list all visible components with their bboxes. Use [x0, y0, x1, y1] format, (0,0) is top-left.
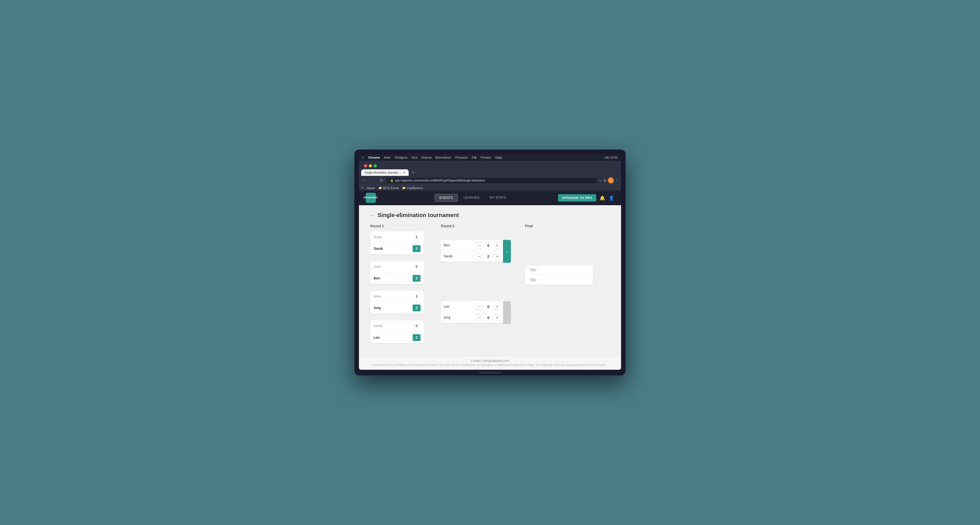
nav-leagues[interactable]: LEAGUES [459, 194, 484, 202]
player-name: Leo [374, 336, 413, 339]
menu-flik[interactable]: Flik [472, 156, 477, 159]
chrome-user-avatar[interactable]: O [608, 177, 614, 184]
round1-match-3: John 1 Amy 2 [370, 291, 424, 315]
round2-match-2: Leo − 0 + [441, 301, 511, 324]
player-score: 2 [413, 245, 420, 252]
decrease-ben-score-button[interactable]: − [476, 242, 483, 248]
decrease-leo-score-button[interactable]: − [476, 303, 483, 309]
match-card: John 1 Amy 2 [370, 291, 424, 314]
tournament-bracket: Round 1 Noah 1 Sarah [370, 224, 610, 344]
increase-amy-score-button[interactable]: + [494, 314, 500, 320]
final-label: Final [525, 224, 593, 228]
round-2-label: Round 2 [441, 224, 511, 228]
main-content: ← Single-elimination tournament Round 1 [359, 205, 621, 356]
menu-hjalp[interactable]: Hjälp [495, 156, 502, 159]
menu-fonster[interactable]: Fönster [481, 156, 491, 159]
amy-score: 0 [484, 316, 492, 320]
extensions-icon[interactable]: ⚙ [603, 178, 607, 182]
menu-bokmarken[interactable]: Bokmärken [436, 156, 451, 159]
player-score: 1 [413, 293, 420, 300]
round-1-column: Round 1 Noah 1 Sarah [370, 224, 424, 344]
player-score: 0 [413, 263, 420, 270]
increase-ben-score-button[interactable]: + [494, 242, 500, 248]
bookmark-icon[interactable]: ☆ [599, 178, 602, 182]
close-button[interactable] [364, 164, 367, 167]
back-arrow-button[interactable]: ← [370, 213, 375, 218]
match-player-ben: Ben 2 [370, 273, 424, 284]
increase-sarah-score-button[interactable]: + [494, 253, 500, 259]
clock: mån 22:03 [605, 156, 618, 159]
advance-round2-match1-button[interactable]: › [503, 240, 511, 263]
maximize-button[interactable] [374, 164, 377, 167]
page-title-row: ← Single-elimination tournament [370, 212, 610, 219]
notification-bell-icon[interactable]: 🔔 [600, 195, 605, 201]
nav-my-stats[interactable]: MY STATS [485, 194, 511, 202]
app-logo: MTG EVENT [366, 193, 376, 203]
menu-visa[interactable]: Visa [411, 156, 417, 159]
round1-match-2: Amir 0 Ben 2 [370, 261, 424, 285]
forward-button[interactable]: → [370, 177, 377, 184]
apps-icon: ⠿ [361, 186, 363, 190]
back-button[interactable]: ← [361, 177, 368, 184]
player-name: Amir [374, 265, 413, 269]
active-tab[interactable]: Single-elimination tournament ✕ [361, 169, 409, 176]
round2-player-amy: Amy − 0 + [441, 312, 503, 323]
match-card: Amir 0 Ben 2 [370, 261, 424, 284]
final-card: TBD TBD [525, 265, 593, 285]
sarah-score: 2 [484, 254, 492, 259]
app-content: MTG EVENT EVENTS LEAGUES MY STATS [359, 190, 621, 370]
bookmark-citymystery-label: CityMystery [407, 186, 423, 190]
round1-match-1: Noah 1 Sarah 2 [370, 232, 424, 255]
match-player-sarah: Sarah 2 [370, 243, 424, 254]
match-card-controlled: Leo − 0 + [441, 301, 503, 323]
menu-historik[interactable]: Historik [422, 156, 432, 159]
player-score: 2 [413, 305, 420, 311]
match-card-controlled: Ben − 0 + [441, 240, 503, 262]
bookmark-citymystery[interactable]: 📁 CityMystery [402, 186, 423, 190]
player-name: John [374, 294, 413, 298]
bookmark-appar-label: Appar [367, 186, 375, 190]
decrease-sarah-score-button[interactable]: − [476, 253, 483, 259]
player-name: Amy [374, 306, 413, 310]
upgrade-to-pro-button[interactable]: UPGRADE TO PRO [558, 194, 596, 201]
address-bar[interactable]: 🔒 app.mtgevent.com/events/LemBWrtNUg40Sa… [387, 178, 597, 183]
logo-icon: MTG EVENT [366, 193, 376, 203]
minimize-button[interactable] [369, 164, 372, 167]
menu-chrome[interactable]: Chrome [368, 156, 380, 159]
decrease-amy-score-button[interactable]: − [476, 314, 483, 320]
new-tab-button[interactable]: + [410, 169, 417, 176]
bookmark-appar[interactable]: Appar [367, 186, 375, 190]
page-title: Single-elimination tournament [378, 212, 459, 219]
nav-events[interactable]: EVENTS [434, 194, 458, 202]
mac-menubar-items: Chrome Arkiv Redigera Visa Historik Bokm… [368, 156, 502, 159]
player-name: Amy [444, 316, 475, 319]
tab-close-icon[interactable]: ✕ [403, 171, 405, 174]
bookmark-mtgevent[interactable]: 📁 MTG Event [379, 186, 399, 190]
header-right: UPGRADE TO PRO 🔔 👤 [558, 194, 614, 201]
url-text: app.mtgevent.com/events/LemBWrtNUg40Sapm… [395, 179, 485, 182]
player-name: Noah [374, 235, 413, 239]
player-score: 1 [413, 234, 420, 241]
menu-redigera[interactable]: Redigera [395, 156, 407, 159]
ben-score: 0 [484, 243, 492, 247]
user-account-icon[interactable]: 👤 [609, 195, 614, 201]
final-player-1: TBD [525, 265, 593, 275]
chrome-extension-icons: ☆ ⚙ O ⋮ [599, 177, 619, 184]
reload-button[interactable]: ↻ [378, 177, 385, 184]
increase-leo-score-button[interactable]: + [494, 303, 500, 309]
footer-contact: Contact: hello@mtgevent.com [362, 359, 618, 362]
match-player-john: John 1 [370, 291, 424, 302]
laptop-notch [479, 372, 501, 373]
menu-arkiv[interactable]: Arkiv [384, 156, 391, 159]
player-name: Ben [374, 276, 413, 280]
round2-player-leo: Leo − 0 + [441, 301, 503, 312]
menu-dots-icon[interactable]: ⋮ [615, 178, 619, 182]
round-1-matches: Noah 1 Sarah 2 [370, 232, 424, 344]
chrome-browser-bar: Single-elimination tournament ✕ + [359, 161, 621, 176]
player-name: Sarah [374, 247, 413, 251]
menu-personer[interactable]: Personer [455, 156, 468, 159]
round2-match-1: Ben − 0 + [441, 240, 511, 263]
round1-match-4: David 0 Leo 2 [370, 320, 424, 344]
advance-round2-match2-button[interactable]: › [503, 301, 511, 324]
round2-player-sarah: Sarah − 2 + [441, 251, 503, 262]
